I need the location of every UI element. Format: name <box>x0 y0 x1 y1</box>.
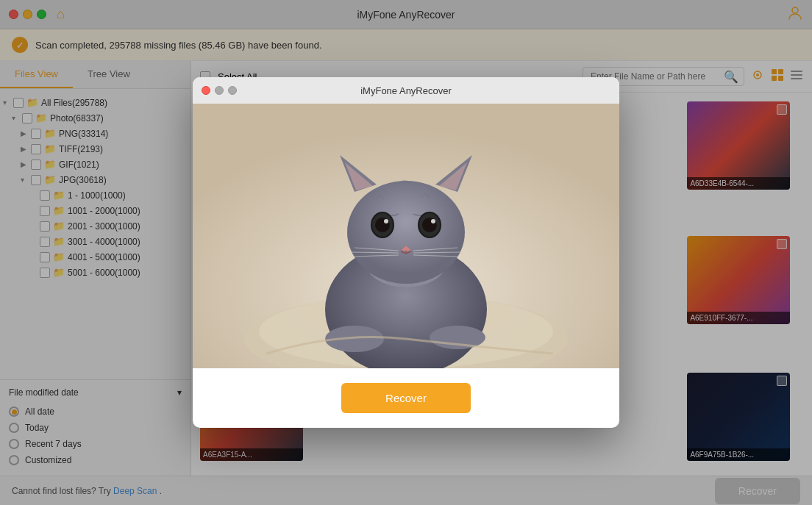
modal-overlay: iMyFone AnyRecover <box>0 0 812 505</box>
svg-point-25 <box>384 219 388 223</box>
preview-modal: iMyFone AnyRecover <box>193 77 619 428</box>
svg-point-17 <box>347 181 465 284</box>
modal-title: iMyFone AnyRecover <box>360 85 452 96</box>
svg-point-29 <box>431 219 435 223</box>
modal-close-button[interactable] <box>202 86 210 95</box>
modal-body: Recover <box>193 368 619 428</box>
kitten-illustration <box>193 104 619 368</box>
modal-minimize-button[interactable] <box>215 86 224 95</box>
modal-titlebar: iMyFone AnyRecover <box>193 77 619 104</box>
modal-maximize-button[interactable] <box>228 86 237 95</box>
modal-traffic-lights <box>202 86 237 95</box>
recover-button-modal[interactable]: Recover <box>341 383 471 413</box>
modal-image <box>193 104 619 368</box>
